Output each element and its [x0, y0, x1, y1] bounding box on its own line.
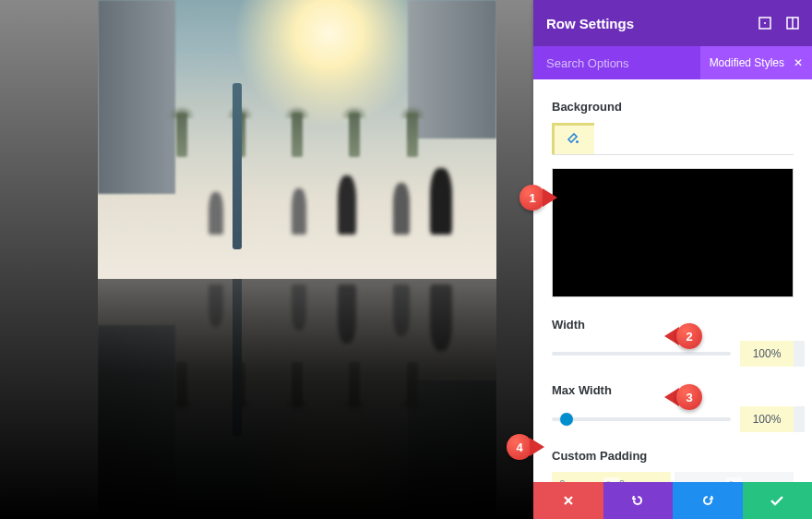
max-width-slider[interactable]: [552, 417, 731, 421]
modified-styles-chip[interactable]: Modified Styles ✕: [700, 46, 812, 79]
panel-subheader: Search Options Modified Styles ✕: [533, 46, 812, 79]
padding-bottom-input[interactable]: 0px: [612, 472, 672, 482]
panel-title: Row Settings: [546, 16, 634, 31]
link-icon[interactable]: [726, 477, 743, 482]
chip-label: Modified Styles: [710, 56, 784, 69]
settings-panel: Row Settings Search Options Modified Sty…: [533, 0, 812, 519]
canvas-stage: [0, 0, 533, 519]
custom-padding-label: Custom Padding: [552, 449, 794, 463]
svg-point-1: [764, 22, 766, 24]
svg-point-4: [576, 140, 579, 143]
max-width-value[interactable]: 100%: [740, 406, 794, 432]
confirm-button[interactable]: [743, 482, 813, 519]
panel-header: Row Settings: [533, 0, 812, 46]
width-value[interactable]: 100%: [740, 341, 794, 367]
width-slider[interactable]: [552, 352, 731, 356]
background-label: Background: [552, 100, 794, 114]
background-preview[interactable]: [552, 168, 794, 297]
preview-image: [98, 0, 496, 279]
redo-button[interactable]: [673, 482, 743, 519]
link-icon[interactable]: [603, 477, 620, 482]
background-color-swatch[interactable]: [552, 123, 594, 154]
panel-content: Background Width 100% Max Width 100% Cus…: [533, 79, 812, 482]
undo-button[interactable]: [603, 482, 674, 519]
close-icon[interactable]: ✕: [794, 56, 803, 69]
padding-right-input[interactable]: [734, 472, 794, 482]
columns-icon[interactable]: [786, 17, 799, 30]
panel-footer: [533, 482, 812, 519]
search-options[interactable]: Search Options: [546, 56, 629, 70]
max-width-label: Max Width: [552, 383, 794, 397]
expand-icon[interactable]: [758, 17, 771, 30]
cancel-button[interactable]: [533, 482, 603, 519]
width-label: Width: [552, 318, 794, 332]
